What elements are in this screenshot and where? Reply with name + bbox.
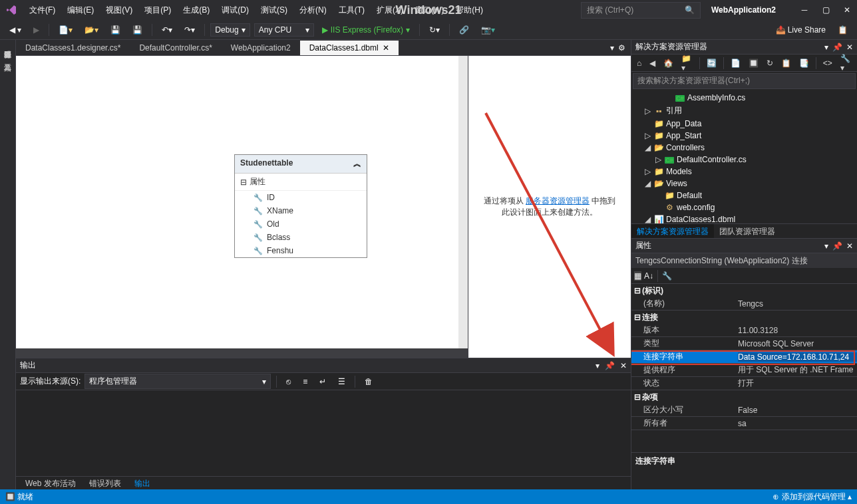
prop-row[interactable]: 版本11.00.3128: [631, 324, 857, 337]
expand-icon[interactable]: ▷: [645, 106, 651, 116]
output-clear2-icon[interactable]: 🗑: [361, 375, 377, 388]
prop-value[interactable]: Data Source=172.168.10.71,24: [738, 352, 857, 362]
properties-grid[interactable]: ⊟ (标识)(名称)Tengcs⊟ 连接版本11.00.3128类型Micros…: [631, 284, 857, 452]
back-icon[interactable]: ◀: [647, 57, 658, 69]
tab-dropdown-icon[interactable]: ▾: [610, 43, 614, 53]
wrench-icon[interactable]: 🔧▾: [838, 53, 854, 74]
browser-link-button[interactable]: 🔗: [455, 23, 473, 37]
tree-item[interactable]: ▷C#DefaultController.cs: [631, 154, 857, 166]
solution-view-icon[interactable]: 📁▾: [679, 53, 695, 74]
save-all-button[interactable]: 💾: [128, 23, 146, 37]
expand-icon[interactable]: ▷: [655, 155, 662, 164]
output-tab[interactable]: 错误列表: [84, 477, 126, 491]
panel-tab[interactable]: 团队资源管理器: [714, 224, 780, 238]
maximize-button[interactable]: ▢: [821, 5, 830, 15]
expand-icon[interactable]: ◢: [645, 179, 651, 188]
menu-item[interactable]: 编辑(E): [62, 2, 99, 19]
prop-row[interactable]: 所有者sa: [631, 417, 857, 430]
menu-item[interactable]: 测试(S): [256, 2, 293, 19]
prop-value[interactable]: Microsoft SQL Server: [738, 339, 857, 348]
sync-icon[interactable]: 🔄: [704, 57, 719, 69]
live-share-button[interactable]: 📤 Live Share: [772, 23, 830, 37]
entity-property[interactable]: 🔧Old: [235, 217, 367, 231]
menu-item[interactable]: 工具(T): [333, 2, 370, 19]
run-button[interactable]: ▶ IIS Express (Firefox) ▾: [318, 24, 414, 36]
output-dropdown-icon[interactable]: ▾: [596, 361, 600, 370]
panel-close-icon[interactable]: ✕: [846, 43, 853, 52]
solution-tree[interactable]: C#AssemblyInfo.cs▷▪▪引用📁App_Data▷📁App_Sta…: [631, 90, 857, 223]
status-right[interactable]: ⊕ 添加到源代码管理 ▴: [772, 492, 852, 501]
collapse-icon[interactable]: 🔲: [746, 57, 761, 69]
entity-header[interactable]: Studenettable ︽: [235, 155, 367, 174]
new-button[interactable]: 📄▾: [55, 23, 77, 37]
sort-icon[interactable]: A↓: [644, 271, 653, 281]
panel-pin-icon[interactable]: 📌: [832, 43, 842, 52]
tab-gear-icon[interactable]: ⚙: [618, 43, 625, 53]
extensions-button[interactable]: 📷▾: [477, 23, 499, 37]
props-close-icon[interactable]: ✕: [846, 241, 853, 251]
home2-icon[interactable]: 🏠: [661, 57, 676, 69]
props-wrench-icon[interactable]: 🔧: [662, 271, 672, 281]
preview-icon[interactable]: 📑: [796, 57, 812, 69]
panel-tab[interactable]: 解决方案资源管理器: [631, 224, 714, 238]
solution-search[interactable]: 搜索解决方案资源管理器(Ctrl+;): [633, 73, 856, 89]
output-close-icon[interactable]: ✕: [620, 361, 627, 370]
server-explorer-link[interactable]: 服务器资源管理器: [526, 196, 590, 205]
prop-row[interactable]: (名称)Tengcs: [631, 297, 857, 311]
tab-1[interactable]: DefaultController.cs*: [130, 41, 221, 55]
categorize-icon[interactable]: ▦: [634, 271, 641, 281]
collapse-section-icon[interactable]: ⊟: [240, 178, 247, 187]
output-source-dropdown[interactable]: 程序包管理器▾: [85, 374, 271, 389]
tab-3[interactable]: DataClasses1.dbml✕: [300, 41, 399, 55]
back-button[interactable]: ◀ ▾: [5, 23, 25, 37]
entity-section[interactable]: ⊟ 属性: [235, 174, 367, 191]
output-tab[interactable]: 输出: [129, 477, 156, 491]
tab-close-icon[interactable]: ✕: [383, 43, 389, 53]
menu-item[interactable]: 视图(V): [100, 2, 138, 19]
prop-row[interactable]: 类型Microsoft SQL Server: [631, 337, 857, 350]
output-pin-icon[interactable]: 📌: [605, 361, 615, 370]
prop-value[interactable]: 用于 SQL Server 的 .NET Frame: [738, 364, 857, 376]
search-input[interactable]: 搜索 (Ctrl+Q) 🔍: [581, 2, 701, 19]
tree-item[interactable]: C#AssemblyInfo.cs: [631, 92, 857, 104]
tab-2[interactable]: WebApplication2: [222, 41, 300, 55]
prop-value[interactable]: 11.00.3128: [738, 326, 857, 335]
prop-value[interactable]: Tengcs: [738, 299, 857, 309]
menu-item[interactable]: 生成(B): [178, 2, 215, 19]
prop-value[interactable]: sa: [738, 419, 857, 428]
menu-item[interactable]: 分析(N): [294, 2, 332, 19]
home-icon[interactable]: ⌂: [634, 57, 644, 69]
platform-dropdown[interactable]: Any CPU ▾: [254, 23, 314, 37]
refresh-icon[interactable]: ↻: [764, 57, 776, 69]
prop-category[interactable]: ⊟ (标识): [631, 284, 857, 297]
prop-row[interactable]: 状态打开: [631, 377, 857, 390]
prop-category[interactable]: ⊟ 连接: [631, 311, 857, 324]
vscrollbar[interactable]: [458, 56, 468, 348]
entity-property[interactable]: 🔧ID: [235, 191, 367, 204]
tree-item[interactable]: ⚙web.config: [631, 201, 857, 213]
refresh-button[interactable]: ↻▾: [425, 23, 444, 37]
prop-value[interactable]: False: [738, 406, 857, 415]
prop-row[interactable]: 连接字符串Data Source=172.168.10.71,24: [631, 350, 857, 364]
undo-button[interactable]: ↶▾: [158, 23, 176, 37]
save-button[interactable]: 💾: [106, 23, 124, 37]
prop-value[interactable]: 打开: [738, 378, 857, 389]
prop-row[interactable]: 提供程序用于 SQL Server 的 .NET Frame: [631, 364, 857, 377]
output-toggle-icon[interactable]: ≡: [299, 375, 311, 388]
expand-icon[interactable]: ▷: [645, 131, 651, 140]
minimize-button[interactable]: ─: [800, 5, 809, 15]
tree-item[interactable]: 📁Default: [631, 189, 857, 201]
props-pin-icon[interactable]: 📌: [832, 241, 842, 251]
menu-item[interactable]: 文件(F): [24, 2, 61, 19]
tree-item[interactable]: ▷▪▪引用: [631, 104, 857, 118]
prop-category[interactable]: ⊟ 杂项: [631, 390, 857, 404]
menu-item[interactable]: 项目(P): [139, 2, 176, 19]
config-dropdown[interactable]: Debug ▾: [210, 23, 250, 37]
expand-icon[interactable]: ◢: [645, 143, 651, 152]
show-all-icon[interactable]: 📄: [728, 57, 743, 69]
expand-icon[interactable]: ▷: [645, 167, 651, 176]
table-entity[interactable]: Studenettable ︽ ⊟ 属性 🔧ID🔧XName🔧Old🔧Bclas…: [234, 154, 367, 258]
feedback-button[interactable]: 📋: [834, 23, 852, 37]
prop-row[interactable]: 区分大小写False: [631, 404, 857, 417]
redo-button[interactable]: ↷▾: [180, 23, 199, 37]
